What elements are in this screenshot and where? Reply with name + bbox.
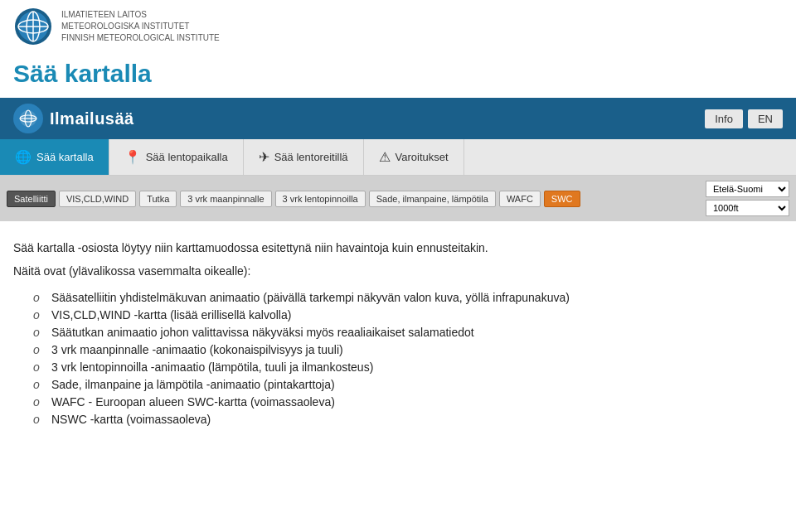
list-item: o VIS,CLD,WIND -kartta (lisää erillisell…: [33, 308, 783, 322]
nav-bar: Ilmailusää Info EN: [0, 98, 796, 139]
subtab-3vrk-maa[interactable]: 3 vrk maanpinnalle: [180, 191, 271, 207]
subtab-3vrk-lento[interactable]: 3 vrk lentopinnoilla: [275, 191, 366, 207]
subtab-toolbar: Satelliitti VIS,CLD,WIND Tutka 3 vrk maa…: [0, 176, 796, 221]
list-item: o Sääsatelliitin yhdistelmäkuvan animaat…: [33, 291, 783, 304]
info-button[interactable]: Info: [705, 109, 743, 128]
nav-logo-icon: [13, 104, 43, 133]
intro-line1: Sää kartalla -osiosta löytyy niin kartta…: [13, 241, 783, 254]
tab-icon-varoitukset: ⚠: [379, 149, 391, 165]
language-button[interactable]: EN: [748, 109, 783, 128]
nav-logo: Ilmailusää: [13, 104, 134, 133]
list-item: o Sade, ilmanpaine ja lämpötila -animaat…: [33, 378, 783, 391]
tab-label-lentoreitilla: Sää lentoreitillä: [274, 151, 348, 163]
subtab-wafc[interactable]: WAFC: [499, 191, 541, 207]
region-select[interactable]: Etelä-Suomi Koko Suomi Pohjois-Suomi: [706, 181, 789, 197]
tab-label-varoitukset: Varoitukset: [396, 151, 449, 163]
main-content: Sää kartalla -osiosta löytyy niin kartta…: [0, 221, 796, 450]
main-tab-bar: 🌐 Sää kartalla 📍 Sää lentopaikalla ✈ Sää…: [0, 139, 796, 176]
nav-globe-icon: [19, 109, 37, 128]
nav-right-buttons: Info EN: [705, 109, 783, 128]
tab-icon-lentoreitilla: ✈: [259, 149, 269, 165]
bullet-list: o Sääsatelliitin yhdistelmäkuvan animaat…: [33, 291, 783, 426]
institute-name: ILMATIETEEN LAITOS METEOROLOGISKA INSTIT…: [61, 9, 220, 44]
list-item: o 3 vrk lentopinnoilla -animaatio (lämpö…: [33, 360, 783, 374]
tab-icon-kartalla: 🌐: [15, 149, 32, 165]
subtab-sade[interactable]: Sade, ilmanpaine, lämpötila: [369, 191, 496, 207]
altitude-select[interactable]: 1000ft 2000ft 5000ft 10000ft: [706, 200, 789, 216]
page-title: Sää kartalla: [0, 53, 796, 98]
tab-icon-lentopaikalla: 📍: [124, 149, 141, 165]
fmi-logo-icon: [13, 7, 53, 46]
tab-saa-lentoreitilla[interactable]: ✈ Sää lentoreitillä: [244, 139, 364, 175]
list-item: o 3 vrk maanpinnalle -animaatio (kokonai…: [33, 343, 783, 356]
nav-title: Ilmailusää: [50, 109, 134, 128]
intro-line2: Näitä ovat (ylävalikossa vasemmalta oike…: [13, 264, 783, 278]
subtab-swc[interactable]: SWC: [544, 191, 580, 207]
list-item: o Säätutkan animaatio johon valittavissa…: [33, 326, 783, 339]
list-item: o NSWC -kartta (voimassaoleva): [33, 413, 783, 426]
top-logo-bar: ILMATIETEEN LAITOS METEOROLOGISKA INSTIT…: [0, 0, 796, 53]
select-group: Etelä-Suomi Koko Suomi Pohjois-Suomi 100…: [706, 181, 789, 216]
list-item: o WAFC - Euroopan alueen SWC-kartta (voi…: [33, 395, 783, 409]
tab-label-lentopaikalla: Sää lentopaikalla: [146, 151, 228, 163]
tab-saa-kartalla[interactable]: 🌐 Sää kartalla: [0, 139, 109, 175]
subtab-tutka[interactable]: Tutka: [139, 191, 177, 207]
tab-varoitukset[interactable]: ⚠ Varoitukset: [364, 139, 464, 175]
subtab-satelliitti[interactable]: Satelliitti: [7, 191, 56, 207]
tab-saa-lentopaikalla[interactable]: 📍 Sää lentopaikalla: [109, 139, 244, 175]
subtab-viscldwind[interactable]: VIS,CLD,WIND: [59, 191, 136, 207]
tab-label-kartalla: Sää kartalla: [36, 151, 94, 163]
